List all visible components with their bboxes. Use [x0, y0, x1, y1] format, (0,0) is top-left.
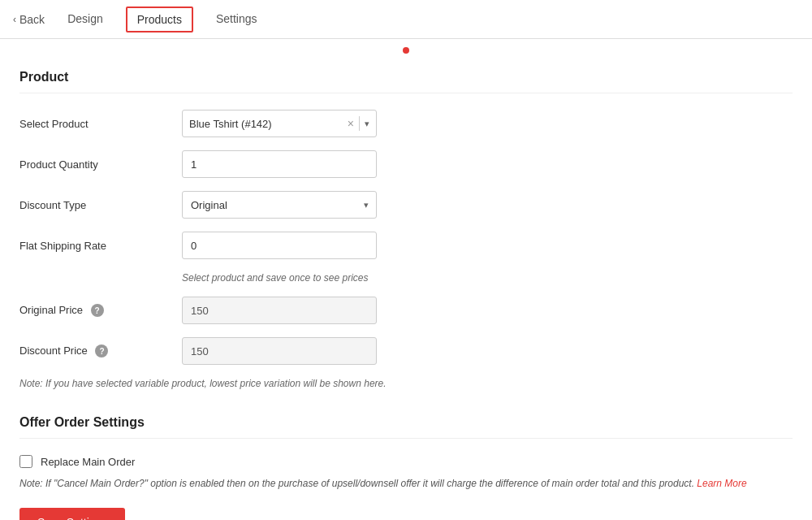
discount-price-help-icon[interactable]: ? [95, 344, 108, 358]
original-price-label-wrapper: Original Price ? [19, 304, 182, 318]
product-section-heading: Product [19, 57, 793, 93]
red-dot-indicator [403, 47, 409, 54]
tab-design[interactable]: Design [64, 1, 106, 38]
main-content: Product Select Product Blue Tshirt (#142… [0, 39, 812, 520]
select-product-label: Select Product [19, 118, 182, 130]
indicator-row [19, 39, 793, 57]
flat-shipping-input[interactable] [182, 232, 377, 259]
tab-products[interactable]: Products [126, 6, 193, 32]
product-quantity-input[interactable] [182, 150, 377, 178]
product-quantity-row: Product Quantity [19, 150, 793, 178]
discount-price-label-wrapper: Discount Price ? [19, 344, 182, 358]
select-product-input[interactable]: Blue Tshirt (#142) × ▾ [182, 110, 377, 137]
tab-settings[interactable]: Settings [213, 1, 261, 38]
original-price-help-icon[interactable]: ? [91, 304, 104, 317]
select-product-row: Select Product Blue Tshirt (#142) × ▾ [19, 110, 793, 137]
discount-type-select-wrapper: Original Percentage Fixed ▾ [182, 191, 377, 219]
discount-type-label: Discount Type [19, 199, 182, 211]
top-navigation: ‹ Back Design Products Settings [0, 0, 812, 39]
flat-shipping-label: Flat Shipping Rate [19, 240, 182, 252]
original-price-label: Original Price [19, 304, 83, 316]
save-settings-button[interactable]: Save Settings [19, 508, 125, 520]
original-price-input [182, 297, 377, 324]
discount-price-row: Discount Price ? [19, 337, 793, 365]
discount-price-input [182, 337, 377, 365]
discount-type-select[interactable]: Original Percentage Fixed [182, 191, 377, 219]
back-arrow-icon: ‹ [13, 14, 16, 25]
replace-main-order-row: Replace Main Order [19, 455, 793, 468]
select-divider [359, 116, 360, 131]
clear-product-icon[interactable]: × [348, 117, 354, 130]
offer-order-section-heading: Offer Order Settings [19, 402, 793, 439]
product-quantity-label: Product Quantity [19, 158, 182, 171]
selected-product-text: Blue Tshirt (#142) [189, 118, 348, 130]
cancel-main-order-note: Note: If "Cancel Main Order?" option is … [19, 476, 793, 492]
cancel-main-order-note-text: Note: If "Cancel Main Order?" option is … [19, 478, 694, 489]
flat-shipping-row: Flat Shipping Rate [19, 232, 793, 259]
learn-more-link[interactable]: Learn More [697, 478, 746, 489]
chevron-down-icon[interactable]: ▾ [365, 119, 369, 129]
replace-main-order-checkbox[interactable] [19, 455, 32, 468]
variation-note-text: Note: If you have selected variable prod… [19, 378, 793, 389]
back-button[interactable]: ‹ Back [13, 13, 45, 26]
discount-type-row: Discount Type Original Percentage Fixed … [19, 191, 793, 219]
back-label[interactable]: Back [19, 13, 45, 26]
prices-info-text: Select product and save once to see pric… [182, 272, 793, 284]
original-price-row: Original Price ? [19, 297, 793, 324]
replace-main-order-label[interactable]: Replace Main Order [41, 456, 135, 468]
discount-price-label: Discount Price [19, 344, 88, 357]
